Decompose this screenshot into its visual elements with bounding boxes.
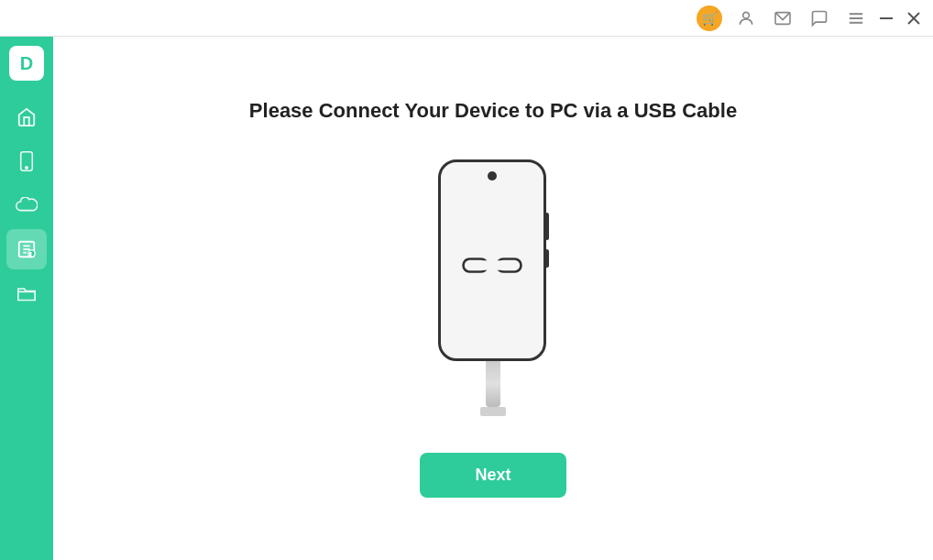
page-title: Please Connect Your Device to PC via a U… (249, 99, 737, 123)
minimize-button[interactable] (876, 8, 896, 28)
svg-point-0 (743, 12, 750, 18)
title-bar-icons: 🛒 (697, 5, 869, 31)
phone-body (438, 159, 546, 361)
main-layout: D ! (0, 37, 933, 560)
phone-camera (488, 171, 497, 181)
title-bar: 🛒 (0, 0, 933, 37)
phone-side-button-2 (544, 249, 549, 268)
phone-illustration (438, 159, 548, 416)
menu-icon[interactable] (843, 5, 869, 31)
usb-cable-area (438, 361, 548, 416)
content-area: Please Connect Your Device to PC via a U… (53, 37, 933, 560)
sidebar-item-backup[interactable]: ! (6, 229, 47, 269)
usb-connector (480, 407, 506, 416)
sidebar-item-folder[interactable] (6, 273, 47, 313)
chat-icon[interactable] (807, 5, 832, 31)
svg-point-9 (26, 167, 27, 169)
svg-text:!: ! (29, 252, 31, 258)
svg-rect-19 (481, 260, 489, 270)
sidebar-item-cloud[interactable] (6, 185, 47, 225)
next-button[interactable]: Next (420, 453, 565, 498)
sidebar-item-device[interactable] (6, 141, 47, 181)
svg-rect-20 (496, 260, 504, 270)
mail-icon[interactable] (770, 5, 796, 31)
close-button[interactable] (904, 8, 924, 28)
cart-icon[interactable]: 🛒 (697, 5, 722, 31)
link-icon-container (460, 249, 524, 281)
sidebar-item-home[interactable] (6, 97, 47, 137)
usb-cable (486, 361, 500, 407)
sidebar: D ! (0, 37, 53, 560)
window-controls (876, 8, 924, 28)
app-logo[interactable]: D (9, 46, 44, 81)
user-icon[interactable] (733, 5, 759, 31)
link-icon (460, 249, 524, 281)
phone-side-button (544, 213, 549, 240)
